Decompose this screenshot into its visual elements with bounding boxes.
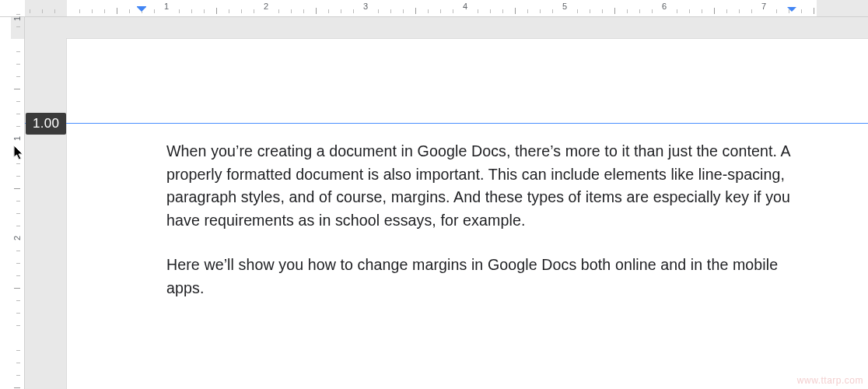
h-ruler-tick bbox=[229, 9, 229, 13]
right-indent-marker[interactable] bbox=[786, 6, 797, 14]
h-ruler-tick bbox=[278, 9, 279, 13]
h-ruler-tick bbox=[552, 9, 553, 13]
paragraph[interactable]: Here we’ll show you how to change margin… bbox=[166, 254, 814, 300]
h-ruler-tick bbox=[714, 8, 715, 14]
h-ruler-tick bbox=[527, 9, 528, 13]
v-ruler-tick bbox=[14, 387, 20, 388]
h-ruler-tick bbox=[92, 9, 93, 13]
h-ruler-tick bbox=[614, 8, 615, 14]
h-ruler-tick bbox=[353, 9, 354, 13]
v-ruler-tick bbox=[16, 126, 20, 127]
h-ruler-tick bbox=[191, 9, 192, 13]
h-ruler-tick bbox=[303, 9, 304, 13]
svg-marker-0 bbox=[137, 7, 146, 12]
v-ruler-label: 1 bbox=[12, 136, 22, 141]
h-ruler-tick bbox=[453, 9, 453, 13]
v-ruler-tick bbox=[16, 300, 20, 301]
h-ruler-tick bbox=[328, 9, 329, 13]
h-ruler-tick bbox=[602, 9, 603, 13]
h-ruler-label: 1 bbox=[164, 2, 169, 11]
h-ruler-tick bbox=[739, 9, 740, 13]
h-ruler-tick bbox=[241, 9, 242, 13]
v-ruler-tick bbox=[16, 375, 20, 376]
h-ruler-tick bbox=[490, 9, 491, 13]
h-ruler-label: 6 bbox=[662, 2, 667, 11]
h-ruler-tick bbox=[627, 9, 628, 13]
v-ruler-tick bbox=[16, 26, 20, 27]
horizontal-ruler[interactable]: 1234567 bbox=[0, 0, 868, 17]
h-ruler-tick bbox=[677, 9, 677, 13]
v-ruler-tick bbox=[16, 114, 20, 114]
h-ruler-tick bbox=[117, 8, 117, 14]
h-ruler-tick bbox=[378, 9, 379, 13]
h-ruler-tick bbox=[428, 9, 429, 13]
h-ruler-tick bbox=[689, 9, 690, 13]
document-body[interactable]: When you’re creating a document in Googl… bbox=[166, 140, 845, 321]
h-ruler-tick bbox=[751, 9, 752, 13]
v-ruler-tick bbox=[16, 76, 20, 77]
paragraph[interactable]: When you’re creating a document in Googl… bbox=[166, 140, 814, 232]
h-ruler-tick bbox=[702, 9, 702, 13]
h-ruler-tick bbox=[179, 9, 180, 13]
vertical-ruler[interactable]: 112 bbox=[0, 17, 25, 389]
h-ruler-tick bbox=[390, 9, 391, 13]
v-ruler-tick bbox=[16, 263, 20, 264]
v-ruler-label: 2 bbox=[12, 236, 22, 240]
v-ruler-tick bbox=[16, 64, 20, 65]
margin-size-tooltip: 1.00 bbox=[26, 113, 66, 135]
v-ruler-tick bbox=[16, 363, 20, 363]
v-ruler-tick bbox=[16, 350, 20, 351]
h-ruler-tick bbox=[502, 9, 503, 13]
h-ruler-tick bbox=[129, 9, 130, 13]
h-ruler-tick bbox=[316, 8, 317, 14]
left-indent-marker[interactable] bbox=[136, 6, 147, 14]
h-ruler-label: 4 bbox=[463, 2, 467, 11]
v-ruler-tick bbox=[16, 163, 20, 164]
h-ruler-tick bbox=[652, 9, 653, 13]
h-ruler-tick bbox=[104, 9, 105, 13]
v-ruler-tick bbox=[14, 89, 20, 89]
h-ruler-tick bbox=[776, 9, 777, 13]
h-ruler-tick bbox=[639, 9, 640, 13]
v-ruler-tick bbox=[16, 176, 20, 177]
document-page[interactable]: When you’re creating a document in Googl… bbox=[67, 39, 868, 389]
h-ruler-label: 5 bbox=[562, 2, 567, 11]
h-ruler-tick bbox=[216, 8, 217, 14]
v-ruler-tick bbox=[16, 275, 20, 276]
v-ruler-tick bbox=[14, 188, 20, 189]
h-ruler-label: 2 bbox=[264, 2, 268, 11]
h-ruler-tick bbox=[254, 9, 254, 13]
h-ruler-tick bbox=[415, 8, 416, 14]
v-ruler-tick bbox=[16, 51, 20, 52]
watermark-text: www.ttarp.com bbox=[797, 375, 863, 386]
h-ruler-label: 7 bbox=[761, 2, 766, 11]
h-ruler-tick bbox=[154, 9, 155, 13]
h-ruler-tick bbox=[540, 9, 541, 13]
h-ruler-label: 3 bbox=[363, 2, 368, 11]
v-ruler-tick bbox=[16, 226, 20, 226]
v-ruler-tick bbox=[16, 325, 20, 326]
v-ruler-tick bbox=[16, 313, 20, 314]
v-ruler-tick bbox=[16, 251, 20, 251]
v-ruler-tick bbox=[16, 101, 20, 102]
editor-canvas[interactable]: When you’re creating a document in Googl… bbox=[25, 17, 868, 389]
h-ruler-tick bbox=[590, 9, 590, 13]
v-ruler-label: 1 bbox=[12, 16, 22, 21]
h-ruler-tick bbox=[30, 9, 30, 13]
v-ruler-tick bbox=[14, 288, 20, 289]
svg-rect-1 bbox=[137, 6, 146, 7]
h-ruler-tick bbox=[79, 9, 80, 13]
v-ruler-tick bbox=[16, 14, 20, 15]
svg-marker-2 bbox=[787, 7, 796, 12]
h-ruler-tick bbox=[54, 9, 55, 13]
h-ruler-tick bbox=[814, 8, 814, 14]
top-margin-guide-line bbox=[0, 123, 868, 124]
h-ruler-tick bbox=[577, 9, 578, 13]
h-ruler-tick bbox=[341, 9, 341, 13]
h-ruler-tick bbox=[42, 9, 43, 13]
h-ruler-tick bbox=[515, 8, 516, 14]
h-ruler-tick bbox=[726, 9, 727, 13]
h-ruler-tick bbox=[801, 9, 802, 13]
v-ruler-tick bbox=[16, 201, 20, 202]
h-ruler-tick bbox=[204, 9, 205, 13]
